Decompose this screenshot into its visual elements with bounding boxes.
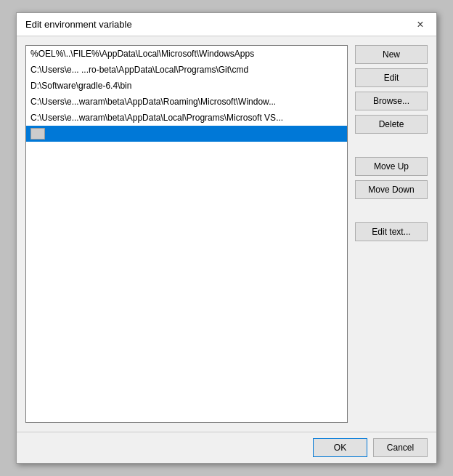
buttons-panel: New Edit Browse... Delete Move Up Move D… xyxy=(355,45,428,423)
dialog-body: %OEL%\..\FILE%\AppData\Local\Microsoft\W… xyxy=(17,36,436,432)
move-up-button[interactable]: Move Up xyxy=(355,157,428,176)
list-item[interactable]: D:\Software\gradle-6.4\bin xyxy=(26,78,347,94)
move-down-button[interactable]: Move Down xyxy=(355,180,428,199)
dialog-title: Edit environment variable xyxy=(25,19,132,30)
environment-variable-list[interactable]: %OEL%\..\FILE%\AppData\Local\Microsoft\W… xyxy=(25,45,348,423)
list-item[interactable]: C:\Users\e...waram\beta\AppData\Local\Pr… xyxy=(26,110,347,126)
edit-text-button[interactable]: Edit text... xyxy=(355,222,428,241)
spacer2 xyxy=(355,203,428,218)
list-item-text: C:\Users\e...waram\beta\AppData\Roaming\… xyxy=(30,94,276,109)
spacer1 xyxy=(355,138,428,153)
list-item-text: C:\Users\e...waram\beta\AppData\Local\Pr… xyxy=(30,110,283,125)
list-item[interactable]: %OEL%\..\FILE%\AppData\Local\Microsoft\W… xyxy=(26,46,347,62)
list-item[interactable] xyxy=(26,126,347,142)
cancel-button[interactable]: Cancel xyxy=(373,438,428,457)
close-button[interactable]: × xyxy=(413,17,428,32)
browse-button[interactable]: Browse... xyxy=(355,92,428,110)
list-item[interactable]: C:\Users\e... ...ro-beta\AppData\Local\P… xyxy=(26,62,347,78)
title-bar: Edit environment variable × xyxy=(17,13,436,36)
edit-button[interactable]: Edit xyxy=(355,68,428,87)
ok-button[interactable]: OK xyxy=(313,438,367,457)
edit-environment-variable-dialog: Edit environment variable × %OEL%\..\FIL… xyxy=(16,12,437,464)
new-button[interactable]: New xyxy=(355,45,428,64)
list-item-icon xyxy=(30,128,45,140)
delete-button[interactable]: Delete xyxy=(355,115,428,134)
list-item-text: D:\Software\gradle-6.4\bin xyxy=(30,78,131,93)
dialog-footer: OK Cancel xyxy=(17,432,436,463)
list-item[interactable]: C:\Users\e...waram\beta\AppData\Roaming\… xyxy=(26,94,347,110)
list-item-text: %OEL%\..\FILE%\AppData\Local\Microsoft\W… xyxy=(30,47,254,61)
list-item-text: C:\Users\e... ...ro-beta\AppData\Local\P… xyxy=(30,62,248,77)
